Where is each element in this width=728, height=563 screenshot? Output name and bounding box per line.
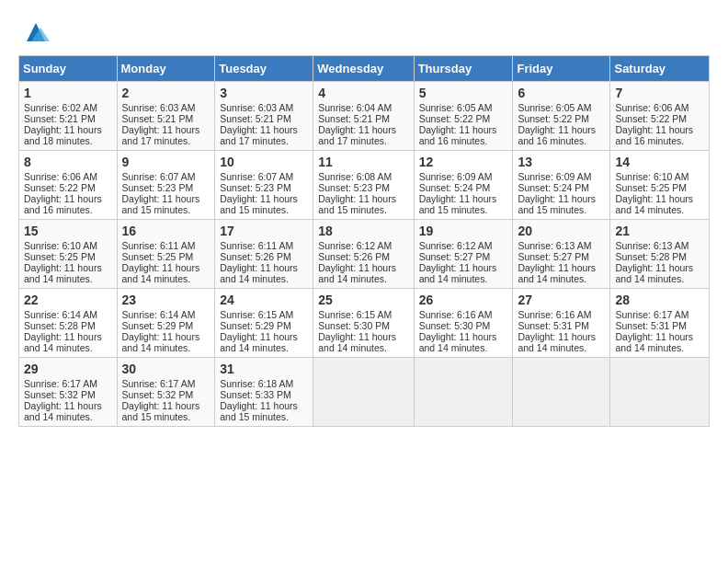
day-info-line: Sunrise: 6:12 AM <box>318 240 408 251</box>
calendar-cell: 1Sunrise: 6:02 AMSunset: 5:21 PMDaylight… <box>19 82 118 151</box>
day-info-line: Daylight: 11 hours and 16 minutes. <box>518 124 605 146</box>
day-info-line: Daylight: 11 hours and 14 minutes. <box>220 262 308 284</box>
day-info-line: Sunrise: 6:13 AM <box>615 240 704 251</box>
day-info-line: Sunset: 5:27 PM <box>518 251 605 262</box>
week-row-2: 8Sunrise: 6:06 AMSunset: 5:22 PMDaylight… <box>19 151 710 220</box>
day-info-line: Sunrise: 6:13 AM <box>518 240 605 251</box>
day-number: 29 <box>24 362 112 376</box>
day-info-line: Sunrise: 6:07 AM <box>220 171 308 182</box>
day-info-line: Sunset: 5:25 PM <box>24 251 112 262</box>
day-info-line: Sunrise: 6:05 AM <box>518 102 605 113</box>
day-header-monday: Monday <box>117 56 215 82</box>
day-info-line: Sunset: 5:23 PM <box>122 182 210 193</box>
day-info-line: Daylight: 11 hours and 18 minutes. <box>24 124 112 146</box>
day-info-line: Daylight: 11 hours and 15 minutes. <box>220 193 308 215</box>
day-info-line: Sunrise: 6:14 AM <box>24 309 112 320</box>
logo <box>18 18 50 46</box>
day-info-line: Sunset: 5:22 PM <box>615 113 704 124</box>
calendar-cell: 14Sunrise: 6:10 AMSunset: 5:25 PMDayligh… <box>610 151 710 220</box>
page-header <box>18 18 710 46</box>
day-info-line: Daylight: 11 hours and 15 minutes. <box>419 193 508 215</box>
day-info-line: Sunset: 5:29 PM <box>220 320 308 331</box>
day-number: 19 <box>419 224 508 238</box>
logo-icon <box>22 18 50 46</box>
day-info-line: Sunrise: 6:04 AM <box>318 102 408 113</box>
day-number: 1 <box>24 86 112 100</box>
day-info-line: Daylight: 11 hours and 16 minutes. <box>615 124 704 146</box>
calendar-cell: 16Sunrise: 6:11 AMSunset: 5:25 PMDayligh… <box>117 220 215 289</box>
day-number: 22 <box>24 293 112 307</box>
day-info-line: Daylight: 11 hours and 17 minutes. <box>318 124 408 146</box>
day-info-line: Sunset: 5:22 PM <box>24 182 112 193</box>
day-info-line: Daylight: 11 hours and 14 minutes. <box>419 262 508 284</box>
day-info-line: Daylight: 11 hours and 17 minutes. <box>220 124 308 146</box>
day-number: 25 <box>318 293 408 307</box>
day-info-line: Sunset: 5:22 PM <box>419 113 508 124</box>
day-info-line: Sunrise: 6:10 AM <box>24 240 112 251</box>
calendar-cell: 11Sunrise: 6:08 AMSunset: 5:23 PMDayligh… <box>313 151 414 220</box>
day-info-line: Daylight: 11 hours and 15 minutes. <box>518 193 605 215</box>
calendar-cell: 17Sunrise: 6:11 AMSunset: 5:26 PMDayligh… <box>215 220 313 289</box>
day-header-saturday: Saturday <box>610 56 710 82</box>
day-info-line: Sunset: 5:33 PM <box>220 389 308 400</box>
day-info-line: Sunrise: 6:12 AM <box>419 240 508 251</box>
day-header-friday: Friday <box>513 56 610 82</box>
day-info-line: Daylight: 11 hours and 14 minutes. <box>122 331 210 353</box>
day-info-line: Sunrise: 6:07 AM <box>122 171 210 182</box>
day-info-line: Daylight: 11 hours and 14 minutes. <box>615 193 704 215</box>
calendar-cell: 6Sunrise: 6:05 AMSunset: 5:22 PMDaylight… <box>513 82 610 151</box>
day-info-line: Sunrise: 6:08 AM <box>318 171 408 182</box>
calendar-cell: 9Sunrise: 6:07 AMSunset: 5:23 PMDaylight… <box>117 151 215 220</box>
calendar-cell: 25Sunrise: 6:15 AMSunset: 5:30 PMDayligh… <box>313 289 414 358</box>
day-info-line: Daylight: 11 hours and 15 minutes. <box>122 400 210 422</box>
calendar-cell: 18Sunrise: 6:12 AMSunset: 5:26 PMDayligh… <box>313 220 414 289</box>
day-info-line: Sunset: 5:25 PM <box>615 182 704 193</box>
day-info-line: Daylight: 11 hours and 14 minutes. <box>122 262 210 284</box>
day-info-line: Sunset: 5:26 PM <box>220 251 308 262</box>
day-info-line: Sunset: 5:28 PM <box>24 320 112 331</box>
day-header-sunday: Sunday <box>19 56 118 82</box>
day-info-line: Sunrise: 6:11 AM <box>122 240 210 251</box>
calendar-cell: 31Sunrise: 6:18 AMSunset: 5:33 PMDayligh… <box>215 358 313 427</box>
day-info-line: Sunrise: 6:11 AM <box>220 240 308 251</box>
day-number: 26 <box>419 293 508 307</box>
day-info-line: Sunset: 5:24 PM <box>419 182 508 193</box>
week-row-3: 15Sunrise: 6:10 AMSunset: 5:25 PMDayligh… <box>19 220 710 289</box>
calendar-cell: 3Sunrise: 6:03 AMSunset: 5:21 PMDaylight… <box>215 82 313 151</box>
calendar-cell: 28Sunrise: 6:17 AMSunset: 5:31 PMDayligh… <box>610 289 710 358</box>
day-info-line: Daylight: 11 hours and 14 minutes. <box>318 262 408 284</box>
day-number: 8 <box>24 155 112 169</box>
calendar-cell: 26Sunrise: 6:16 AMSunset: 5:30 PMDayligh… <box>414 289 513 358</box>
day-number: 18 <box>318 224 408 238</box>
day-number: 17 <box>220 224 308 238</box>
day-info-line: Sunrise: 6:17 AM <box>122 378 210 389</box>
day-number: 12 <box>419 155 508 169</box>
day-info-line: Sunrise: 6:03 AM <box>122 102 210 113</box>
day-info-line: Sunset: 5:23 PM <box>318 182 408 193</box>
calendar-cell: 19Sunrise: 6:12 AMSunset: 5:27 PMDayligh… <box>414 220 513 289</box>
calendar-cell: 27Sunrise: 6:16 AMSunset: 5:31 PMDayligh… <box>513 289 610 358</box>
day-info-line: Sunrise: 6:15 AM <box>220 309 308 320</box>
calendar-cell: 20Sunrise: 6:13 AMSunset: 5:27 PMDayligh… <box>513 220 610 289</box>
calendar-cell <box>414 358 513 427</box>
calendar-cell: 5Sunrise: 6:05 AMSunset: 5:22 PMDaylight… <box>414 82 513 151</box>
day-info-line: Sunrise: 6:17 AM <box>24 378 112 389</box>
day-info-line: Sunset: 5:21 PM <box>122 113 210 124</box>
day-info-line: Sunrise: 6:02 AM <box>24 102 112 113</box>
day-info-line: Sunrise: 6:15 AM <box>318 309 408 320</box>
day-header-tuesday: Tuesday <box>215 56 313 82</box>
day-info-line: Daylight: 11 hours and 14 minutes. <box>419 331 508 353</box>
week-row-4: 22Sunrise: 6:14 AMSunset: 5:28 PMDayligh… <box>19 289 710 358</box>
day-info-line: Daylight: 11 hours and 14 minutes. <box>615 331 704 353</box>
day-info-line: Sunset: 5:21 PM <box>220 113 308 124</box>
day-number: 27 <box>518 293 605 307</box>
day-info-line: Daylight: 11 hours and 14 minutes. <box>220 331 308 353</box>
day-number: 11 <box>318 155 408 169</box>
day-info-line: Daylight: 11 hours and 14 minutes. <box>518 262 605 284</box>
day-info-line: Sunset: 5:31 PM <box>615 320 704 331</box>
calendar-cell: 24Sunrise: 6:15 AMSunset: 5:29 PMDayligh… <box>215 289 313 358</box>
day-number: 4 <box>318 86 408 100</box>
day-info-line: Sunset: 5:23 PM <box>220 182 308 193</box>
day-number: 30 <box>122 362 210 376</box>
day-header-wednesday: Wednesday <box>313 56 414 82</box>
